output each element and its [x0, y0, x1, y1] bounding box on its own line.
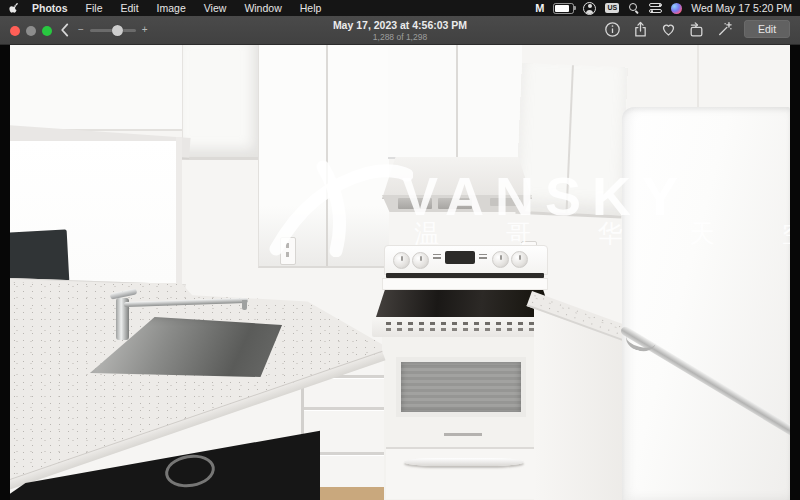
stove-display — [445, 251, 475, 264]
zoom-in-icon[interactable]: + — [142, 22, 148, 38]
menu-item-edit[interactable]: Edit — [112, 0, 148, 16]
hood-filter — [398, 198, 432, 209]
back-button[interactable] — [56, 21, 74, 39]
info-button[interactable] — [604, 21, 621, 38]
cabinet-upper-right — [515, 63, 627, 218]
window-right-frame — [176, 137, 182, 287]
favorite-heart-button[interactable] — [660, 21, 677, 38]
hood-filter — [438, 198, 472, 209]
zoom-control: − + — [78, 22, 148, 38]
dishwasher-handle — [163, 451, 217, 490]
battery-icon[interactable] — [553, 3, 574, 14]
cabinet-over-hood — [388, 45, 522, 159]
stove-buttons — [433, 254, 441, 261]
photo-stage: VANSKY 温 哥 华 天 空 — [0, 45, 800, 500]
menu-item-help[interactable]: Help — [291, 0, 331, 16]
stove-knob — [412, 252, 429, 269]
control-center-icon[interactable] — [649, 3, 662, 13]
oven-door — [382, 337, 546, 500]
share-button[interactable] — [632, 21, 649, 38]
window-close-button[interactable] — [10, 26, 20, 36]
menu-item-file[interactable]: File — [77, 0, 112, 16]
stove-cooktop — [376, 290, 552, 317]
oven-drawer-handle — [404, 458, 524, 466]
stove-buttons — [479, 254, 487, 261]
cabinet-upper-middle — [258, 45, 389, 268]
menubar-clock[interactable]: Wed May 17 5:20 PM — [691, 2, 792, 14]
cabinet-upper-corner — [182, 45, 259, 160]
siri-icon[interactable] — [671, 3, 682, 14]
tv-screen — [10, 229, 69, 284]
stove-knob — [511, 251, 528, 268]
menu-bar-status: M US Wed May 17 5:20 PM — [535, 2, 800, 15]
stove-front-rail — [372, 317, 556, 337]
range-hood-underside — [382, 195, 532, 212]
stove-knob — [492, 251, 509, 268]
wall-outlet-left — [280, 237, 296, 265]
menu-item-image[interactable]: Image — [148, 0, 195, 16]
refrigerator — [622, 107, 790, 500]
hood-controls — [490, 198, 520, 206]
title-area: May 17, 2023 at 4:56:03 PM 1,288 of 1,29… — [333, 19, 467, 43]
auto-enhance-wand-button[interactable] — [716, 21, 733, 38]
menu-item-window[interactable]: Window — [235, 0, 290, 16]
apple-logo-icon[interactable] — [9, 2, 23, 14]
m-app-status-icon[interactable]: M — [535, 2, 544, 14]
zoom-slider[interactable] — [90, 29, 136, 32]
faucet-spout-tip — [242, 300, 247, 310]
menu-bar: Photos File Edit Image View Window Help … — [0, 0, 800, 16]
photos-toolbar: − + May 17, 2023 at 4:56:03 PM 1,288 of … — [0, 16, 800, 45]
photo-title: May 17, 2023 at 4:56:03 PM — [333, 19, 467, 31]
app-menu-photos[interactable]: Photos — [23, 0, 77, 16]
menu-bar-left: Photos File Edit Image View Window Help — [0, 0, 330, 16]
user-account-icon[interactable] — [583, 2, 596, 15]
range-hood-body — [382, 157, 532, 199]
menu-item-view[interactable]: View — [195, 0, 236, 16]
photo-counter: 1,288 of 1,298 — [333, 31, 467, 43]
oven-drawer — [386, 447, 542, 499]
wall-edge-line — [697, 45, 699, 107]
zoom-out-icon[interactable]: − — [78, 22, 84, 38]
oven-brand-text — [444, 433, 482, 436]
oven-window — [396, 357, 526, 417]
window-zoom-button[interactable] — [42, 26, 52, 36]
window-minimize-button[interactable] — [26, 26, 36, 36]
toolbar-actions: Edit — [604, 20, 790, 38]
zoom-slider-thumb[interactable] — [112, 25, 123, 36]
kitchen-photo[interactable]: VANSKY 温 哥 华 天 空 — [10, 45, 790, 500]
stove-control-panel — [384, 245, 548, 275]
keyboard-layout-badge[interactable]: US — [605, 3, 619, 13]
spotlight-search-icon[interactable] — [628, 2, 640, 14]
edit-button[interactable]: Edit — [744, 20, 790, 38]
rotate-button[interactable] — [688, 21, 705, 38]
stove-knob — [393, 252, 410, 269]
stove-ledge — [382, 278, 548, 290]
